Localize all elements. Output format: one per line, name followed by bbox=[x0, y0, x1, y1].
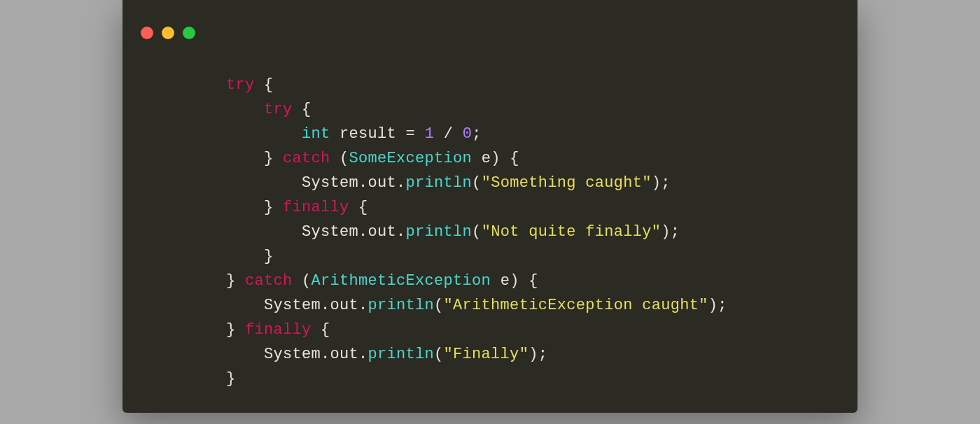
paren-close: ) bbox=[661, 223, 671, 241]
operator-div: / bbox=[444, 125, 454, 143]
method-println: println bbox=[406, 223, 472, 241]
semicolon: ; bbox=[538, 346, 548, 363]
paren-close: ) bbox=[491, 150, 500, 167]
code-window: try { try { int result = 1 / 0; } catch … bbox=[122, 0, 858, 413]
code-block: try { try { int result = 1 / 0; } catch … bbox=[226, 73, 727, 391]
type-int: int bbox=[302, 125, 330, 143]
brace-close: } bbox=[264, 150, 274, 167]
indent bbox=[264, 174, 302, 192]
brace-open: { bbox=[510, 150, 519, 167]
paren-open: ( bbox=[434, 297, 444, 314]
brace-close: } bbox=[264, 248, 274, 265]
identifier-out: out bbox=[368, 223, 397, 241]
brace-close: } bbox=[226, 370, 236, 388]
keyword-try: try bbox=[226, 76, 255, 94]
string-arithmetic-caught: "ArithmeticException caught" bbox=[444, 297, 708, 314]
dot: . bbox=[358, 174, 368, 192]
dot: . bbox=[358, 346, 368, 363]
paren-open: ( bbox=[434, 346, 444, 363]
indent bbox=[226, 199, 264, 216]
identifier-system: System bbox=[264, 346, 321, 363]
dot: . bbox=[358, 297, 368, 314]
brace-open: { bbox=[264, 76, 274, 94]
keyword-finally: finally bbox=[245, 321, 312, 339]
identifier-result: result bbox=[340, 125, 396, 143]
keyword-catch: catch bbox=[245, 272, 293, 290]
window-controls bbox=[141, 27, 195, 39]
indent bbox=[226, 248, 264, 265]
paren-close: ) bbox=[652, 174, 662, 192]
identifier-system: System bbox=[302, 174, 358, 192]
semicolon: ; bbox=[472, 125, 482, 143]
method-println: println bbox=[368, 297, 435, 314]
dot: . bbox=[396, 174, 406, 192]
dot: . bbox=[358, 223, 368, 241]
paren-open: ( bbox=[472, 223, 482, 241]
paren-close: ) bbox=[708, 297, 718, 314]
identifier-system: System bbox=[302, 223, 358, 241]
indent bbox=[226, 150, 264, 167]
string-something-caught: "Something caught" bbox=[482, 174, 652, 192]
brace-open: { bbox=[302, 101, 312, 118]
string-not-quite-finally: "Not quite finally" bbox=[482, 223, 662, 241]
paren-close: ) bbox=[528, 346, 538, 363]
keyword-catch: catch bbox=[283, 150, 330, 167]
semicolon: ; bbox=[671, 223, 680, 241]
type-arithmetic-exception: ArithmeticException bbox=[312, 272, 491, 290]
identifier-e: e bbox=[500, 272, 510, 290]
keyword-finally: finally bbox=[283, 199, 349, 216]
identifier-out: out bbox=[330, 297, 359, 314]
operator-eq: = bbox=[406, 125, 416, 143]
indent bbox=[226, 223, 264, 241]
indent bbox=[226, 297, 264, 314]
dot: . bbox=[396, 223, 406, 241]
semicolon: ; bbox=[718, 297, 727, 314]
identifier-out: out bbox=[368, 174, 397, 192]
minimize-icon[interactable] bbox=[162, 27, 174, 39]
paren-close: ) bbox=[510, 272, 519, 290]
brace-close: } bbox=[226, 272, 236, 290]
paren-open: ( bbox=[302, 272, 312, 290]
paren-open: ( bbox=[472, 174, 482, 192]
indent bbox=[264, 125, 302, 143]
brace-close: } bbox=[264, 199, 274, 216]
maximize-icon[interactable] bbox=[183, 27, 195, 39]
indent bbox=[264, 223, 302, 241]
keyword-try: try bbox=[264, 101, 293, 118]
dot: . bbox=[321, 346, 330, 363]
indent bbox=[226, 346, 264, 363]
method-println: println bbox=[368, 346, 435, 363]
string-finally: "Finally" bbox=[444, 346, 529, 363]
paren-open: ( bbox=[340, 150, 349, 167]
method-println: println bbox=[406, 174, 472, 192]
indent bbox=[226, 174, 264, 192]
brace-open: { bbox=[528, 272, 538, 290]
type-some-exception: SomeException bbox=[349, 150, 472, 167]
close-icon[interactable] bbox=[141, 27, 153, 39]
identifier-out: out bbox=[330, 346, 359, 363]
dot: . bbox=[321, 297, 330, 314]
brace-open: { bbox=[358, 199, 368, 216]
indent bbox=[226, 101, 264, 118]
brace-close: } bbox=[226, 321, 236, 339]
number-zero: 0 bbox=[463, 125, 472, 143]
indent bbox=[226, 125, 264, 143]
identifier-e: e bbox=[482, 150, 491, 167]
semicolon: ; bbox=[661, 174, 671, 192]
number-one: 1 bbox=[425, 125, 435, 143]
identifier-system: System bbox=[264, 297, 321, 314]
brace-open: { bbox=[321, 321, 330, 339]
